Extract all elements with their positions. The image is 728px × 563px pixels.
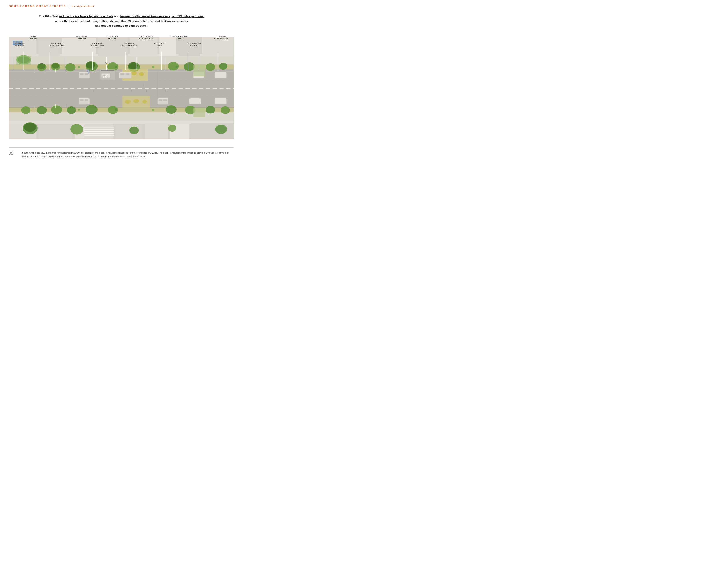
svg-point-52	[51, 105, 62, 114]
svg-point-145	[115, 66, 117, 68]
svg-text:↑: ↑	[143, 83, 144, 87]
svg-text:↕: ↕	[146, 88, 148, 92]
svg-rect-93	[163, 99, 167, 101]
svg-rect-105	[158, 72, 158, 108]
header-title: SOUTH GRAND GREAT STREETS	[9, 4, 66, 8]
intro-line1: The Pilot Test reduced noise levels by e…	[9, 14, 234, 19]
svg-point-150	[152, 109, 155, 111]
svg-point-58	[206, 106, 215, 114]
svg-point-49	[219, 63, 227, 70]
svg-point-50	[21, 106, 30, 114]
svg-rect-28	[39, 124, 73, 139]
page-number: 09	[9, 151, 18, 156]
svg-point-54	[86, 105, 98, 114]
svg-rect-88	[80, 99, 83, 101]
svg-point-39	[52, 63, 59, 68]
street-diagram: RAINGARDEN ACCESSIBLEPARKING PUBLIC BUSS…	[9, 35, 234, 141]
label-additional-planting: ADDITIONALPLANTING AREA	[47, 42, 67, 47]
header-divider: |	[69, 4, 69, 8]
svg-text:↑: ↑	[131, 89, 132, 92]
label-left-turn: LEFT-TURNLANE	[151, 42, 168, 47]
svg-point-37	[38, 63, 46, 69]
svg-point-51	[37, 106, 47, 114]
label-accessible-parking: ACCESSIBLEPARKING	[72, 35, 92, 40]
svg-rect-3	[9, 56, 234, 64]
svg-point-147	[175, 66, 178, 68]
svg-rect-81	[85, 73, 88, 75]
svg-point-76	[133, 99, 139, 103]
svg-point-63	[129, 126, 139, 134]
svg-point-62	[70, 124, 83, 134]
svg-rect-89	[85, 99, 88, 101]
svg-point-65	[215, 124, 227, 134]
intro-middle: and	[114, 15, 120, 18]
svg-rect-143	[16, 56, 31, 65]
intro-line3: and should continue to construction.	[9, 23, 234, 28]
svg-rect-92	[159, 99, 162, 101]
svg-point-59	[221, 106, 230, 114]
svg-point-56	[166, 105, 177, 114]
svg-point-40	[65, 63, 75, 71]
svg-rect-97	[215, 72, 226, 78]
svg-rect-104	[193, 107, 205, 117]
svg-rect-85	[126, 73, 129, 75]
label-rain-garden: RAINGARDEN	[24, 35, 42, 40]
intro-underline2: lowered traffic speed from an average of…	[120, 15, 204, 18]
intro-line2: A month after implementation, polling sh…	[9, 19, 234, 24]
svg-rect-94	[189, 98, 201, 104]
svg-rect-31	[145, 123, 168, 139]
label-enhanced-lamp: ENHANCEDSTREET LAMP	[88, 42, 107, 47]
intro-underline1: reduced noise levels by eight decibels	[59, 15, 113, 18]
svg-point-71	[139, 72, 144, 76]
svg-point-61	[24, 122, 36, 132]
svg-text:↵: ↵	[93, 88, 96, 93]
svg-point-53	[67, 106, 76, 114]
svg-text:BUS: BUS	[103, 74, 107, 77]
header-subtitle: a complete street	[72, 4, 94, 8]
svg-point-47	[184, 62, 195, 71]
label-proposed-trees: PROPOSED STREETTREES	[169, 35, 191, 40]
svg-rect-96	[215, 98, 226, 104]
svg-point-75	[125, 100, 131, 103]
label-expanded-dining: EXPANDEDOUTDOOR DINING	[119, 42, 139, 47]
label-public-bus: PUBLIC BUSSHELTER	[103, 35, 121, 40]
svg-point-148	[78, 109, 80, 111]
svg-rect-33	[191, 123, 234, 139]
svg-point-64	[168, 125, 176, 132]
label-pervious-sidewalk: PERVIOUSSIDEWALK	[11, 42, 29, 47]
footer-section: 09 South Grand set new standards for sus…	[9, 147, 234, 159]
svg-rect-67	[101, 70, 114, 71]
svg-point-146	[152, 66, 155, 68]
svg-point-70	[131, 72, 137, 75]
label-pervious-parking: PERVIOUSPARKING LANE	[211, 35, 231, 40]
svg-point-77	[142, 100, 147, 103]
svg-rect-103	[193, 64, 205, 76]
intro-section: The Pilot Test reduced noise levels by e…	[9, 14, 234, 28]
page-header: SOUTH GRAND GREAT STREETS | a complete s…	[9, 4, 234, 8]
svg-point-149	[115, 108, 117, 111]
svg-rect-80	[80, 73, 83, 75]
svg-text:↵: ↵	[165, 88, 168, 93]
svg-rect-84	[120, 73, 124, 75]
labels-second-row: PERVIOUSSIDEWALK ADDITIONALPLANTING AREA…	[9, 41, 234, 54]
label-bulbout: INTERSECTIONBULBOUT	[184, 42, 204, 47]
svg-point-48	[206, 63, 215, 71]
svg-point-144	[78, 66, 80, 68]
footer-text: South Grand set new standards for sustai…	[22, 151, 234, 159]
label-travel-lane: TRAVEL LANE +BIKE SHARROW	[135, 35, 157, 40]
svg-point-42	[86, 61, 95, 68]
intro-prefix: The Pilot Test	[39, 15, 59, 18]
